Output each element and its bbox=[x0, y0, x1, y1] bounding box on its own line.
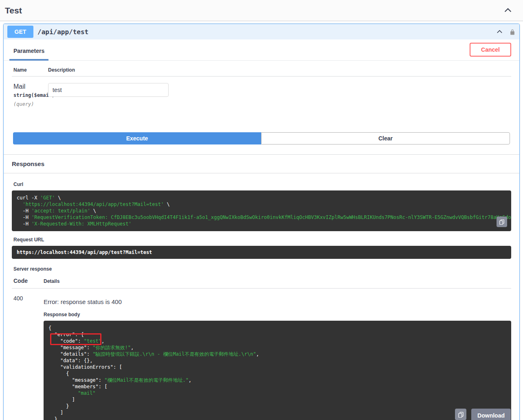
server-response-label: Server response bbox=[13, 266, 511, 272]
response-body-label: Response body bbox=[44, 312, 511, 317]
section-collapse-button[interactable] bbox=[503, 6, 512, 15]
responses-content: Curl curl -X 'GET' \ 'https://localhost:… bbox=[4, 173, 519, 420]
endpoint-path: /api/app/test bbox=[37, 28, 88, 36]
clear-button[interactable]: Clear bbox=[261, 132, 510, 144]
operation-block-get: GET /api/app/test Parameters Cancel bbox=[3, 24, 520, 420]
response-download-controls: Download bbox=[455, 409, 511, 420]
response-details-cell: Error: response status is 400 Response b… bbox=[44, 295, 511, 420]
http-method-badge: GET bbox=[7, 26, 33, 38]
copy-response-button[interactable] bbox=[455, 409, 466, 420]
response-body-text: { "error": { "code": "test", "message": … bbox=[48, 325, 506, 420]
response-body-block: { "error": { "code": "test", "message": … bbox=[44, 321, 511, 420]
response-status-code: 400 bbox=[13, 295, 44, 420]
lock-icon bbox=[510, 28, 515, 35]
parameter-name: Mail bbox=[13, 83, 48, 90]
parameter-description-cell bbox=[48, 83, 169, 107]
curl-command-block: curl -X 'GET' \ 'https://localhost:44394… bbox=[12, 190, 511, 231]
operation-body: Parameters Cancel Name Description Mail … bbox=[4, 39, 519, 420]
request-url-block: https://localhost:44394/api/app/test?Mai… bbox=[12, 246, 511, 259]
copy-curl-button[interactable] bbox=[497, 217, 507, 227]
parameter-type: string($email) bbox=[13, 92, 48, 98]
parameter-name-cell: Mail string($email) (query) bbox=[13, 83, 48, 107]
responses-section: Responses Curl curl -X 'GET' \ 'https://… bbox=[4, 154, 519, 420]
chevron-up-icon bbox=[503, 6, 512, 15]
operation-summary[interactable]: GET /api/app/test bbox=[4, 24, 519, 39]
column-header-details: Details bbox=[44, 278, 59, 284]
download-button[interactable]: Download bbox=[471, 409, 511, 420]
responses-header: Responses bbox=[4, 155, 519, 173]
parameters-table: Name Description Mail string($email) (qu… bbox=[4, 61, 519, 124]
authorization-lock-button[interactable] bbox=[510, 28, 515, 35]
parameters-table-headers: Name Description bbox=[12, 61, 511, 77]
column-header-code: Code bbox=[13, 278, 44, 284]
curl-command-text: curl -X 'GET' \ 'https://localhost:44394… bbox=[17, 195, 506, 227]
tab-parameters[interactable]: Parameters bbox=[9, 42, 48, 61]
annotation-highlight-box bbox=[50, 333, 101, 345]
server-response-table-headers: Code Details bbox=[12, 275, 511, 289]
clipboard-icon bbox=[499, 219, 505, 225]
cancel-button[interactable]: Cancel bbox=[470, 43, 511, 57]
request-url-text: https://localhost:44394/api/app/test?Mai… bbox=[17, 249, 152, 255]
operation-collapse-button[interactable] bbox=[496, 28, 503, 35]
curl-label: Curl bbox=[13, 182, 511, 187]
column-header-description: Description bbox=[48, 67, 75, 73]
tab-parameters-label: Parameters bbox=[13, 48, 44, 54]
response-error-text: Error: response status is 400 bbox=[44, 298, 511, 305]
responses-title: Responses bbox=[12, 160, 511, 167]
execute-row: Execute Clear bbox=[4, 124, 519, 154]
column-header-name: Name bbox=[13, 67, 48, 73]
swagger-ui-page: Test GET /api/app/test Parameters bbox=[0, 0, 523, 420]
execute-button[interactable]: Execute bbox=[13, 132, 261, 144]
section-title: Test bbox=[5, 6, 22, 15]
summary-icons bbox=[496, 28, 515, 35]
server-response-row: 400 Error: response status is 400 Respon… bbox=[12, 289, 511, 420]
parameter-value-input[interactable] bbox=[48, 83, 169, 97]
parameter-row: Mail string($email) (query) bbox=[12, 77, 511, 124]
tab-header: Parameters Cancel bbox=[4, 39, 519, 61]
request-url-label: Request URL bbox=[13, 237, 511, 243]
parameter-location: (query) bbox=[13, 101, 48, 107]
clipboard-icon bbox=[458, 411, 464, 418]
section-header: Test bbox=[0, 0, 523, 21]
chevron-up-icon bbox=[496, 28, 503, 35]
